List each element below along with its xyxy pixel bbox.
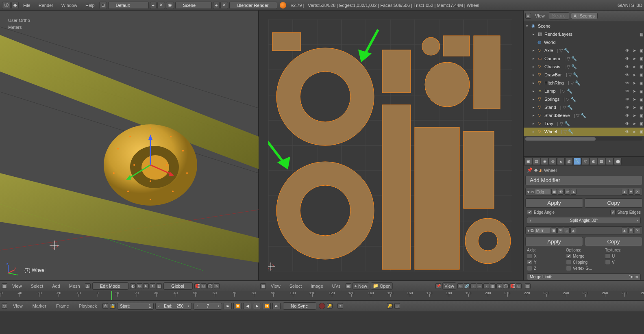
snap-type-icon[interactable]: ⊡ — [201, 283, 207, 289]
tab-physics[interactable]: ⬤ — [614, 158, 622, 165]
add-modifier-button[interactable]: Add Modifier — [525, 175, 642, 185]
uv-new-button[interactable]: +New — [352, 282, 369, 290]
uv-face-select-icon[interactable]: ▪ — [483, 283, 489, 289]
jump-end-icon[interactable]: ⏭ — [272, 303, 281, 309]
tree-item-wheel[interactable]: ▸▽Wheel| ▽ 🔧👁➤▣ — [524, 128, 644, 136]
split-angle-field[interactable]: ‹Split Angle: 30°› — [527, 217, 641, 224]
bake-icon[interactable]: ⊞ — [394, 303, 400, 309]
scene-dropdown[interactable]: Scene — [175, 2, 212, 9]
edge-angle-checkbox[interactable]: ✔ — [527, 210, 532, 215]
delete-scene-icon[interactable]: ✕ — [220, 2, 228, 9]
mod2-movedown-icon[interactable]: ▼ — [628, 228, 634, 233]
mod2-copy-button[interactable]: Copy — [585, 237, 642, 246]
axis-y-checkbox[interactable]: ✔ — [527, 260, 532, 265]
outliner-scope-dropdown[interactable]: All Scenes — [571, 13, 598, 19]
uv-sticky-icon[interactable]: ◈ — [496, 283, 502, 289]
tree-world[interactable]: ◍World — [524, 38, 644, 46]
tree-item-stand[interactable]: ▸▽Stand| ▽ 🔧👁➤▣ — [524, 103, 644, 111]
transform-axis-icon[interactable]: ✦ — [150, 283, 155, 289]
mod2-cage-icon[interactable]: ▲ — [570, 228, 576, 233]
tab-material[interactable]: ◐ — [590, 158, 597, 165]
range-icon[interactable]: ⏱ — [102, 303, 108, 309]
uv-proportional-icon[interactable]: ◯ — [503, 283, 509, 289]
keying-icon[interactable]: 🔑 — [387, 303, 393, 309]
view3d-mesh-menu[interactable]: Mesh — [65, 284, 84, 288]
tab-world[interactable]: ◍ — [549, 158, 557, 165]
tab-modifiers[interactable]: 🔧 — [573, 158, 581, 165]
visibility-icon[interactable]: 👁 — [624, 113, 630, 118]
renderable-icon[interactable]: ▣ — [638, 129, 644, 134]
uv-image-menu[interactable]: Image — [307, 284, 327, 288]
selectable-icon[interactable]: ➤ — [631, 88, 637, 94]
mod2-delete-icon[interactable]: ✕ — [635, 228, 640, 233]
renderable-icon[interactable]: ▣ — [638, 121, 644, 126]
visibility-icon[interactable]: 👁 — [624, 48, 630, 53]
menu-help[interactable]: Help — [81, 3, 99, 8]
uv-edge-select-icon[interactable]: ─ — [477, 283, 483, 289]
keyframe-next-icon[interactable]: ⏩ — [263, 303, 271, 309]
merge-checkbox[interactable]: ✔ — [566, 254, 571, 259]
mod1-apply-button[interactable]: Apply — [525, 198, 583, 208]
mod2-apply-button[interactable]: Apply — [525, 237, 583, 246]
selectable-icon[interactable]: ➤ — [631, 121, 637, 126]
start-frame-field[interactable]: Start:1 — [117, 303, 154, 310]
scene-browse-icon[interactable]: ◉ — [166, 2, 174, 9]
visibility-icon[interactable]: 👁 — [624, 121, 630, 126]
tree-item-lamp[interactable]: ▸☼Lamp| ▽ 🔧👁➤▣ — [524, 87, 644, 95]
timeline-view-menu[interactable]: View — [9, 304, 27, 308]
timeline-frame-menu[interactable]: Frame — [52, 304, 73, 308]
tab-object[interactable]: ▲ — [557, 158, 565, 165]
outliner-tree[interactable]: ▾◉ Scene ▸▧ RenderLayers ▦ ◍World ▸▽Axle… — [524, 21, 644, 137]
mod2-moveup-icon[interactable]: ▲ — [622, 228, 627, 233]
pivot-icon[interactable]: ⊕ — [137, 283, 142, 289]
editor-type-properties-icon[interactable]: ▤ — [525, 283, 531, 289]
uv-vert-select-icon[interactable]: ▫ — [470, 283, 476, 289]
sharp-edges-checkbox[interactable]: ✔ — [610, 210, 616, 215]
snap-icon[interactable]: 🧲 — [194, 283, 200, 289]
selectable-icon[interactable]: ➤ — [631, 64, 637, 69]
uv-uvs-menu[interactable]: UVs — [328, 284, 345, 288]
uv-open-button[interactable]: 📁Open — [371, 282, 393, 290]
tab-texture[interactable]: ▦ — [598, 158, 605, 165]
visibility-icon[interactable]: 👁 — [624, 64, 630, 69]
mod1-movedown-icon[interactable]: ▼ — [628, 189, 634, 195]
axis-x-checkbox[interactable] — [527, 254, 532, 259]
selectable-icon[interactable]: ➤ — [631, 129, 637, 134]
visibility-icon[interactable]: 👁 — [624, 129, 630, 134]
tree-item-springs[interactable]: ▸▽Springs| ▽ 🔧👁➤▣ — [524, 95, 644, 103]
outliner-search-input[interactable] — [549, 12, 569, 20]
3d-viewport[interactable]: User Ortho Meters (7) Wheel z y x — [0, 11, 259, 280]
screen-browse-icon[interactable]: ⊞ — [99, 2, 107, 9]
mod2-display-icon[interactable]: 👁 — [557, 228, 563, 233]
uv-sync-icon[interactable]: 🔗 — [464, 283, 470, 289]
jump-start-icon[interactable]: ⏮ — [224, 303, 232, 309]
editor-type-timeline-icon[interactable]: ◷ — [2, 303, 7, 309]
image-browse-icon[interactable]: ▣ — [346, 283, 351, 289]
tab-data[interactable]: ▽ — [581, 158, 589, 165]
tex-v-checkbox[interactable] — [605, 260, 610, 265]
uv-canvas[interactable] — [268, 20, 512, 271]
modifier-mirror-header[interactable]: ▾⧉ Mirr ▣ 👁 ▱ ▲ ▲ ▼ ✕ — [525, 226, 642, 234]
mod1-moveup-icon[interactable]: ▲ — [622, 189, 627, 195]
tree-item-drawbar[interactable]: ▸▽DrawBar| ▽ 🔧👁➤▣ — [524, 71, 644, 79]
tab-renderlayers[interactable]: ▤ — [533, 158, 540, 165]
editor-type-outliner-icon[interactable]: ≡ — [525, 13, 531, 19]
visibility-icon[interactable]: 👁 — [624, 56, 630, 61]
view3d-add-menu[interactable]: Add — [48, 284, 64, 288]
mode-dropdown[interactable]: Edit Mode — [92, 282, 129, 290]
shading-texture-icon[interactable]: ◐ — [130, 283, 136, 289]
screen-layout-dropdown[interactable]: Default — [108, 2, 149, 9]
auto-keyframe-icon[interactable]: ✦ — [337, 303, 343, 309]
editor-type-info-icon[interactable]: ⓘ — [2, 2, 11, 9]
add-scene-icon[interactable]: + — [213, 2, 220, 9]
proportional-falloff-icon[interactable]: ∿ — [214, 283, 220, 289]
selectable-icon[interactable]: ➤ — [631, 96, 637, 102]
playhead[interactable] — [111, 291, 112, 300]
mod2-editmode-icon[interactable]: ▱ — [564, 228, 570, 233]
vertexgroup-checkbox[interactable] — [566, 266, 571, 271]
timeline-ruler[interactable]: -50-40-30-20-100102030405060708090100110… — [0, 291, 644, 301]
selectable-icon[interactable]: ➤ — [631, 113, 637, 118]
pin-icon[interactable]: 📌 — [527, 167, 533, 173]
tree-item-camera[interactable]: ▸▭Camera| ▽ 🔧👁➤▣ — [524, 54, 644, 63]
view3d-view-menu[interactable]: View — [8, 284, 26, 288]
